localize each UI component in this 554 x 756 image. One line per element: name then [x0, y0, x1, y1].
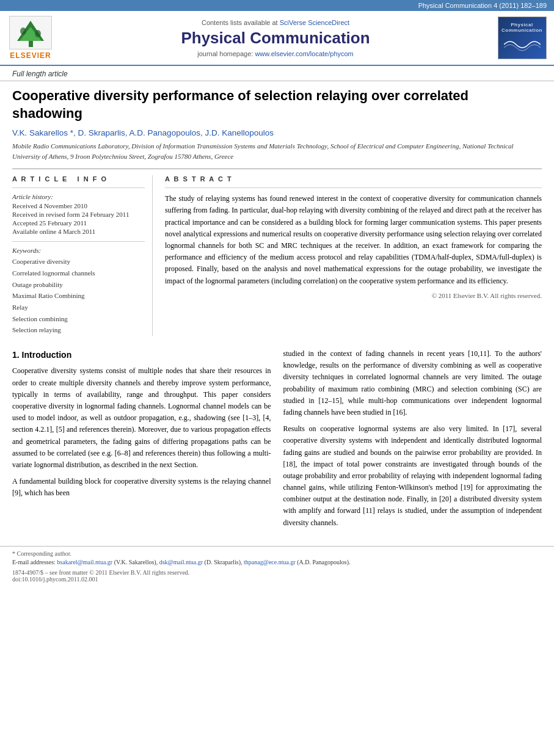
elsevier-wordmark: ELSEVIER: [10, 51, 51, 60]
keyword-6: Selection combining: [12, 313, 145, 325]
accepted-date: Accepted 25 February 2011: [12, 219, 145, 227]
body-text-section: 1. Introduction Cooperative diversity sy…: [12, 343, 542, 534]
intro-para-3: studied in the context of fading channel…: [283, 348, 542, 418]
elsevier-logo-left: ELSEVIER: [6, 16, 55, 60]
journal-logo-right: Physical Communication: [496, 16, 548, 59]
received-date: Received 4 November 2010: [12, 202, 145, 209]
keyword-3: Outage probability: [12, 279, 145, 291]
citation-text: Physical Communication 4 (2011) 182–189: [418, 2, 547, 9]
article-title: Cooperative diversity performance of sel…: [12, 87, 542, 122]
abstract-column: A B S T R A C T The study of relaying sy…: [165, 175, 542, 336]
sciverse-link[interactable]: SciVerse ScienceDirect: [280, 19, 349, 26]
email1-name: (V.K. Sakarellos),: [114, 559, 158, 565]
svg-point-3: [20, 27, 26, 35]
svg-rect-0: [29, 41, 33, 47]
body-col-left: 1. Introduction Cooperative diversity sy…: [12, 348, 271, 534]
revised-date: Received in revised form 24 February 201…: [12, 211, 145, 218]
corresponding-author-note: * Corresponding author.: [12, 550, 542, 557]
keyword-1: Cooperative diversity: [12, 256, 145, 267]
article-info-column: A R T I C L E I N F O Article history: R…: [12, 175, 153, 336]
keywords-list: Cooperative diversity Correlated lognorm…: [12, 256, 145, 336]
history-label: Article history:: [12, 193, 145, 200]
keyword-5: Relay: [12, 302, 145, 313]
intro-para-4: Results on cooperative lognormal systems…: [283, 423, 542, 529]
journal-homepage-line: journal homepage: www.elsevier.com/locat…: [61, 50, 490, 57]
elsevier-tree-logo: [9, 16, 52, 49]
keywords-label: Keywords:: [12, 247, 145, 254]
email3-name: (A.D. Panagopoulos).: [297, 559, 350, 565]
logo-wave-graphic: [504, 35, 541, 54]
tree-svg: [11, 18, 51, 48]
body-col-right: studied in the context of fading channel…: [283, 348, 542, 534]
journal-citation-strip: Physical Communication 4 (2011) 182–189: [0, 0, 554, 11]
journal-title: Physical Communication: [61, 29, 490, 48]
intro-para-1: Cooperative diversity systems consist of…: [12, 365, 271, 471]
physical-communication-logo: Physical Communication: [498, 16, 547, 59]
journal-center-info: Contents lists available at SciVerse Sci…: [61, 19, 490, 57]
article-type-bar: Full length article: [0, 66, 554, 81]
affiliation: Mobile Radio Communications Laboratory, …: [12, 141, 542, 161]
email-footnote: E-mail addresses: bsakarel@mail.ntua.gr …: [12, 559, 542, 565]
copyright-line: © 2011 Elsevier B.V. All rights reserved…: [165, 292, 542, 299]
footer-issn: 1874-4907/$ – see front matter © 2011 El…: [12, 569, 542, 583]
doi-text: doi:10.1016/j.phycom.2011.02.001: [12, 576, 542, 583]
article-type-label: Full length article: [12, 70, 68, 78]
footer: * Corresponding author. E-mail addresses…: [0, 546, 554, 586]
keyword-2: Correlated lognormal channels: [12, 267, 145, 279]
authors-line: V.K. Sakarellos *, D. Skraparlis, A.D. P…: [12, 128, 542, 137]
issn-text: 1874-4907/$ – see front matter © 2011 El…: [12, 569, 542, 576]
keywords-section: Keywords: Cooperative diversity Correlat…: [12, 241, 145, 336]
sciverse-line: Contents lists available at SciVerse Sci…: [61, 19, 490, 26]
email2-name: (D. Skraparlis),: [205, 559, 242, 565]
article-info-abstract-section: A R T I C L E I N F O Article history: R…: [12, 169, 542, 336]
email1[interactable]: bsakarel@mail.ntua.gr: [57, 559, 112, 565]
email3[interactable]: thpanag@ece.ntua.gr: [244, 559, 296, 565]
abstract-text: The study of relaying systems has found …: [165, 193, 542, 287]
journal-homepage-link[interactable]: www.elsevier.com/locate/phycom: [255, 50, 353, 57]
keyword-7: Selection relaying: [12, 324, 145, 336]
article-info-heading: A R T I C L E I N F O: [12, 175, 145, 183]
journal-header: ELSEVIER Contents lists available at Sci…: [0, 11, 554, 66]
section1-title: 1. Introduction: [12, 348, 271, 362]
online-date: Available online 4 March 2011: [12, 228, 145, 235]
email-label: E-mail addresses:: [12, 559, 56, 565]
abstract-heading: A B S T R A C T: [165, 175, 542, 183]
keyword-4: Maximal Ratio Combining: [12, 290, 145, 302]
intro-para-2: A fundamental building block for coopera…: [12, 476, 271, 499]
main-content: Cooperative diversity performance of sel…: [0, 81, 554, 540]
svg-point-4: [35, 30, 41, 37]
email2[interactable]: dsk@mail.ntua.gr: [159, 559, 203, 565]
